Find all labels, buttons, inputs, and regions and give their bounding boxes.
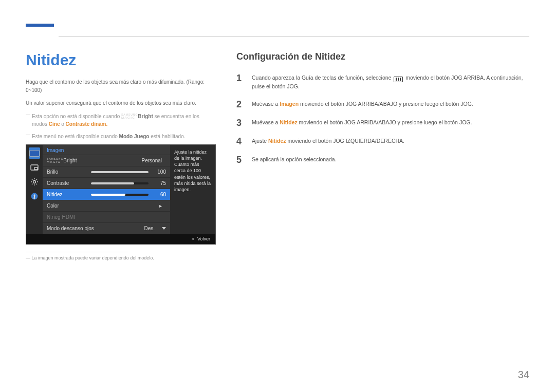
two-column-layout: Nitidez Haga que el contorno de los obje… [26, 51, 529, 260]
step-1: 1 Cuando aparezca la Guía de teclas de f… [236, 73, 529, 90]
row-label: SAMSUNGMAGICBright [47, 158, 91, 164]
osd-row-color: Color ▸ [43, 200, 170, 211]
row-value: 60 [152, 192, 166, 197]
row-value: 75 [152, 180, 166, 186]
row-value: Personal [91, 158, 166, 163]
info-icon: i [30, 192, 39, 200]
step-number: 4 [236, 137, 245, 146]
step-4: 4 Ajuste Nitidez moviendo el botón JOG I… [236, 137, 529, 146]
availability-note-2: Este menú no está disponible cuando Modo… [26, 133, 216, 141]
step-text: Cuando aparezca la Guía de teclas de fun… [252, 73, 529, 90]
highlight-imagen: Imagen [280, 101, 299, 107]
display-icon [29, 150, 40, 157]
right-column: Configuración de Nitidez 1 Cuando aparez… [236, 51, 529, 260]
text: moviendo el botón JOG ARRIBA/ABAJO y pre… [298, 119, 472, 125]
osd-main: Imagen SAMSUNGMAGICBright Personal Brill… [43, 145, 170, 234]
highlight-nitidez: Nitidez [280, 119, 297, 125]
osd-footer: ◂ Volver [26, 234, 215, 244]
row-label: Modo descanso ojos [47, 226, 108, 231]
text: Ajuste [252, 138, 268, 144]
osd-row-descanso: Modo descanso ojos Des. [43, 222, 170, 234]
footnote-divider [26, 252, 128, 252]
triangle-left-icon: ◂ [192, 237, 194, 241]
osd-row-hdmi-disabled: N.neg HDMI [43, 211, 170, 222]
step-text: Se aplicará la opción seleccionada. [252, 155, 337, 164]
step-text: Ajuste Nitidez moviendo el botón JOG IZQ… [252, 137, 404, 146]
step-5: 5 Se aplicará la opción seleccionada. [236, 155, 529, 164]
page-number: 34 [518, 369, 529, 381]
sidebar-icon-settings [29, 176, 40, 188]
left-column: Nitidez Haga que el contorno de los obje… [26, 51, 216, 260]
sidebar-icon-pip [29, 162, 40, 173]
gear-icon [30, 178, 39, 186]
row-arrow: ▸ [91, 203, 166, 209]
osd-row-nitidez-selected: Nitidez 60 [43, 189, 170, 200]
steps-list: 1 Cuando aparezca la Guía de teclas de f… [236, 73, 529, 164]
svg-point-2 [33, 181, 36, 183]
samsung-magic-brand: SAMSUNGMAGIC [47, 158, 63, 163]
secondary-paragraph: Un valor superior conseguirá que el cont… [26, 99, 216, 107]
bright-suffix: Bright [63, 158, 77, 163]
note-text: está habilitado. [149, 134, 185, 139]
osd-description-panel: Ajuste la nitidez de la imagen. Cuanto m… [170, 145, 215, 234]
mode-contraste-dinam: Contraste dinám. [66, 121, 108, 127]
header-accent-bar [26, 24, 54, 27]
svg-rect-1 [34, 167, 38, 170]
text: Muévase a [252, 101, 280, 107]
mode-cine: Cine [49, 121, 60, 127]
osd-sidebar: i [26, 145, 43, 234]
footnote-text: La imagen mostrada puede variar dependie… [32, 255, 154, 260]
footer-label: Volver [197, 236, 210, 241]
step-text: Muévase a Nitidez moviendo el botón JOG … [252, 118, 472, 127]
pip-icon [30, 163, 39, 172]
step-text: Muévase a Imagen moviendo el botón JOG A… [252, 100, 473, 109]
bright-label: Bright [138, 114, 153, 119]
intro-paragraph: Haga que el contorno de los objetos sea … [26, 78, 216, 94]
chevron-down-icon [162, 227, 166, 230]
header-divider [59, 36, 529, 36]
row-label: Contraste [47, 180, 91, 186]
osd-row-contraste: Contraste 75 [43, 177, 170, 189]
note-text: Esta opción no está disponible cuando [32, 114, 121, 119]
step-number: 2 [236, 100, 245, 109]
osd-row-magicbright: SAMSUNGMAGICBright Personal [43, 155, 170, 166]
osd-header: Imagen [43, 145, 170, 155]
slider-track [91, 171, 149, 173]
svg-text:i: i [34, 194, 35, 199]
note-text: Este menú no está disponible cuando [32, 134, 119, 139]
sidebar-icon-info: i [29, 191, 40, 202]
step-number: 3 [236, 118, 245, 127]
row-label: N.neg HDMI [47, 214, 91, 220]
highlight-nitidez: Nitidez [268, 138, 286, 144]
note-text: o [60, 121, 65, 127]
osd-screenshot: i Imagen SAMSUNGMAGICBright Personal [26, 144, 216, 245]
row-value: 100 [152, 169, 166, 175]
section-title: Nitidez [26, 51, 216, 69]
image-footnote: ― La imagen mostrada puede variar depend… [26, 255, 216, 260]
brand-low: MAGIC [47, 160, 63, 163]
slider-fill [91, 182, 134, 184]
slider-track [91, 194, 149, 196]
availability-note-1: Esta opción no está disponible cuando SA… [26, 113, 216, 128]
step-3: 3 Muévase a Nitidez moviendo el botón JO… [236, 118, 529, 127]
osd-row-brillo: Brillo 100 [43, 166, 170, 177]
row-label: Nitidez [47, 192, 91, 197]
step-2: 2 Muévase a Imagen moviendo el botón JOG… [236, 100, 529, 109]
row-label: Brillo [47, 169, 91, 175]
step-number: 1 [236, 73, 245, 90]
text: Muévase a [252, 119, 280, 125]
osd-body: i Imagen SAMSUNGMAGICBright Personal [26, 145, 215, 234]
steps-subtitle: Configuración de Nitidez [236, 51, 529, 62]
samsung-magic-brand: SAMSUNGMAGIC [121, 114, 138, 119]
text: moviendo el botón JOG IZQUIERDA/DERECHA. [286, 138, 405, 144]
brand-low: MAGIC [121, 116, 138, 119]
row-label: Color [47, 203, 91, 209]
text: moviendo el botón JOG ARRIBA/ABAJO y pre… [299, 101, 473, 107]
step-number: 5 [236, 155, 245, 164]
slider-track [91, 182, 149, 184]
modo-juego-label: Modo Juego [119, 134, 150, 139]
sidebar-icon-display [29, 147, 40, 159]
text: Cuando aparezca la Guía de teclas de fun… [252, 74, 393, 81]
row-value: Des. [108, 226, 159, 231]
slider-fill [91, 194, 125, 196]
